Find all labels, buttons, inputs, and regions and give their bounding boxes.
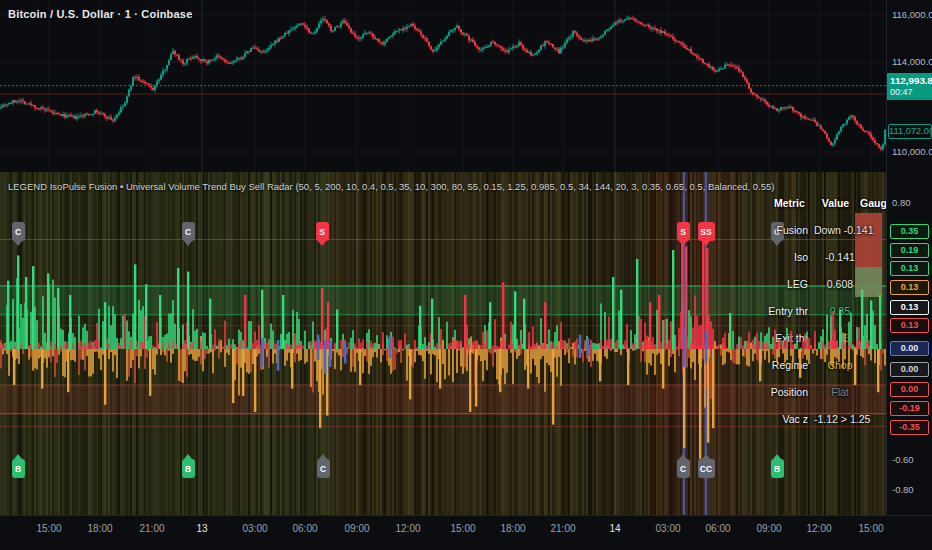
indicator-value-box: 0.00 <box>890 362 929 377</box>
time-tick-label: 15:00 <box>450 523 475 534</box>
indicator-tick-label: -0.60 <box>892 454 914 465</box>
indicator-value-box: -0.35 <box>890 420 929 435</box>
col-metric: Metric <box>750 197 811 209</box>
metric-row-iso: Iso-0.141 <box>750 243 886 270</box>
indicator-value-box: 0.13 <box>890 300 929 315</box>
time-tick-label: 06:00 <box>705 523 730 534</box>
indicator-value-box: 0.19 <box>890 243 929 258</box>
indicator-legend[interactable]: LEGEND IsoPulse Fusion • Universal Volum… <box>8 181 774 192</box>
metric-table-header: MetricValueGauge <box>750 189 886 216</box>
bar-countdown: 00:47 <box>890 87 932 98</box>
signal-top-ss-marker[interactable]: SS <box>698 222 715 241</box>
indicator-value-box: -0.19 <box>890 401 929 416</box>
metric-row-position: PositionFlat <box>750 378 886 405</box>
tradingview-chart-window: C MetricValueGaugeFusionDown -0.141Iso-0… <box>0 0 932 550</box>
metric-row-regime: RegimeChop <box>750 351 886 378</box>
signal-bottom-c-marker[interactable]: C <box>317 459 330 478</box>
time-tick-label: 09:00 <box>756 523 781 534</box>
signal-bottom-b-marker[interactable]: B <box>182 459 195 478</box>
metric-row-fusion: FusionDown -0.141 <box>750 216 886 243</box>
time-tick-label: 03:00 <box>655 523 680 534</box>
metric-row-leg: LEG0.608 <box>750 270 886 297</box>
price-tick-label: 110,000.00 <box>892 146 932 157</box>
price-tick-label: 114,000.00 <box>892 56 932 67</box>
time-tick-label: 21:00 <box>139 523 164 534</box>
signal-top-c-marker[interactable]: C <box>12 222 25 241</box>
signal-top-s-marker[interactable]: S <box>316 222 329 241</box>
metric-row-vac-z: Vac z-1.12 > 1.25 <box>750 405 886 432</box>
time-tick-label: 15:00 <box>36 523 61 534</box>
signal-top-c-marker[interactable]: C <box>182 222 195 241</box>
metric-row-exit-thr: Exit thr0.13 <box>750 324 886 351</box>
price-tick-label: 116,000.00 <box>892 9 932 20</box>
time-axis-pane[interactable]: 15:0018:0021:001303:0006:0009:0012:0015:… <box>0 515 932 550</box>
signal-top-s-marker[interactable]: S <box>677 222 690 241</box>
time-tick-label: 06:00 <box>292 523 317 534</box>
time-tick-label: 15:00 <box>858 523 883 534</box>
signal-bottom-b-marker[interactable]: B <box>12 459 25 478</box>
indicator-value-box: 0.35 <box>890 224 929 239</box>
secondary-price-label: 111,072.00 <box>888 124 932 139</box>
indicator-value-box: 0.13 <box>890 280 929 295</box>
last-price-value: 112,993.82 <box>890 75 932 87</box>
time-tick-label: 21:00 <box>550 523 575 534</box>
last-price-label: 112,993.82 00:47 <box>887 73 932 100</box>
signal-bottom-cc-marker[interactable]: CC <box>698 459 715 478</box>
indicator-value-box: 0.00 <box>890 341 929 356</box>
col-gauge: Gauge <box>860 197 886 209</box>
time-tick-label: 03:00 <box>242 523 267 534</box>
signal-bottom-c-marker[interactable]: C <box>677 459 690 478</box>
indicator-value-box: 0.13 <box>890 318 929 333</box>
indicator-value-box: 0.00 <box>890 382 929 397</box>
time-tick-label: 13 <box>196 523 207 534</box>
time-tick-label: 09:00 <box>344 523 369 534</box>
metric-row-entry-thr: Entry thr0.35 <box>750 297 886 324</box>
col-value: Value <box>811 197 860 209</box>
indicator-value-box: 0.13 <box>890 261 929 276</box>
signal-bottom-b-marker[interactable]: B <box>771 459 784 478</box>
metric-table: MetricValueGaugeFusionDown -0.141Iso-0.1… <box>750 189 886 432</box>
symbol-title[interactable]: Bitcoin / U.S. Dollar · 1 · Coinbase <box>8 8 192 20</box>
indicator-tick-label: 0.80 <box>892 197 911 208</box>
price-axis-pane[interactable]: 112,993.82 00:47 111,072.00 116,000.0011… <box>886 0 932 515</box>
time-tick-label: 12:00 <box>395 523 420 534</box>
time-tick-label: 12:00 <box>806 523 831 534</box>
time-tick-label: 18:00 <box>500 523 525 534</box>
indicator-tick-label: -0.80 <box>892 484 914 495</box>
time-tick-label: 14 <box>609 523 620 534</box>
time-tick-label: 18:00 <box>87 523 112 534</box>
